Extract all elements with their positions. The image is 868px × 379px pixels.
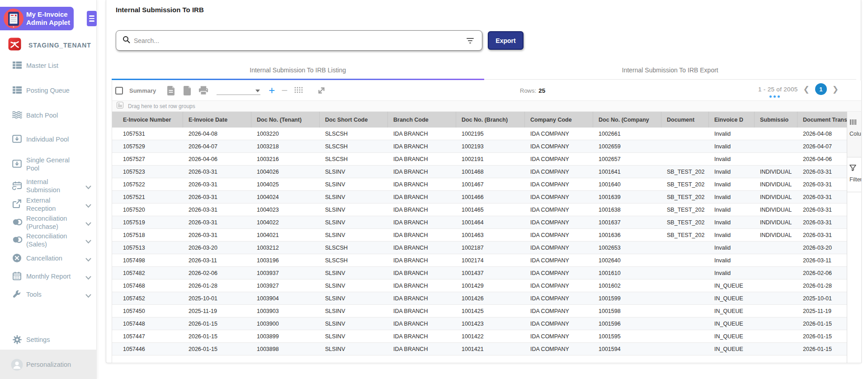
- table-cell: Invalid: [709, 242, 755, 254]
- column-header-doc-no-company[interactable]: Doc No. (Company: [593, 112, 661, 128]
- table-row[interactable]: 10575292026-04-071003218SLSCSHIDA BRANCH…: [112, 140, 848, 153]
- table-cell: 1001421: [456, 343, 525, 355]
- table-row[interactable]: 10574982026-03-111003196SLSCSHIDA BRANCH…: [112, 254, 848, 267]
- export-file-icon[interactable]: [182, 85, 192, 95]
- sidebar-item-cancellation[interactable]: Cancellation: [0, 249, 97, 267]
- table-cell: IN_QUEUE: [709, 292, 755, 304]
- tab-internal-submission-export[interactable]: Internal Submission To IRB Export: [484, 61, 857, 79]
- table-cell: SB_TEST_202: [661, 229, 709, 241]
- table-cell: 1003196: [251, 254, 320, 266]
- tab-internal-submission-listing[interactable]: Internal Submission To IRB Listing: [112, 61, 484, 79]
- table-row[interactable]: 10575182026-03-311004021SLSINVIDA BRANCH…: [112, 229, 848, 242]
- grid-density-icon[interactable]: [294, 85, 304, 95]
- table-row[interactable]: 10574682026-01-281003927SLSINVIDA BRANCH…: [112, 280, 848, 292]
- search-input[interactable]: [134, 37, 465, 44]
- table-row[interactable]: 10575272026-04-061003216SLSCSHIDA BRANCH…: [112, 153, 848, 166]
- chevron-down-icon[interactable]: [85, 183, 91, 191]
- tenant-selector[interactable]: STAGING_TENANT: [8, 38, 91, 52]
- column-header-doc-no-tenant[interactable]: Doc No. (Tenant): [251, 112, 320, 128]
- print-icon[interactable]: [198, 85, 208, 95]
- sidebar-item-monthly-report[interactable]: Monthly Report: [0, 267, 97, 285]
- page-size-dropdown[interactable]: [217, 86, 260, 95]
- table-cell: IN_QUEUE: [709, 343, 755, 355]
- next-page-icon[interactable]: ❯: [832, 85, 839, 93]
- chevron-down-icon[interactable]: [85, 292, 91, 300]
- table-cell: [755, 128, 797, 140]
- export-button[interactable]: Export: [488, 31, 524, 50]
- table-cell: 1002657: [593, 153, 661, 165]
- sidebar-item-tools[interactable]: Tools: [0, 285, 97, 303]
- sidebar-item-batch-pool[interactable]: Batch Pool: [0, 106, 97, 124]
- table-row[interactable]: 10575212026-03-311004024SLSINVIDA BRANCH…: [112, 191, 848, 204]
- column-header-document[interactable]: Document: [661, 112, 709, 128]
- column-header-doc-no-branch[interactable]: Doc No. (Branch): [456, 112, 525, 128]
- sidebar-item-reconciliation-sales[interactable]: Reconciliation (Sales): [0, 231, 97, 249]
- table-cell: SLSCSH: [320, 242, 388, 254]
- prev-page-icon[interactable]: ❮: [803, 85, 810, 93]
- sidebar-item-settings[interactable]: Settings: [0, 331, 97, 349]
- column-header-einvoice-d[interactable]: Einvoice D: [709, 112, 755, 128]
- table-cell: 1003220: [251, 128, 320, 140]
- table-row[interactable]: 10574462026-01-151003898SLSINVIDA BRANCH…: [112, 343, 848, 355]
- filter-icon[interactable]: [465, 35, 476, 46]
- table-row[interactable]: 10575192026-03-311004022SLSINVIDA BRANCH…: [112, 216, 848, 229]
- chevron-down-icon[interactable]: [85, 220, 91, 228]
- table-row[interactable]: 10574482026-01-151003900SLSINVIDA BRANCH…: [112, 317, 848, 330]
- table-cell: 1001641: [593, 166, 661, 178]
- table-cell: IDA COMPANY: [525, 343, 593, 355]
- table-row[interactable]: 10575232026-03-311004026SLSINVIDA BRANCH…: [112, 166, 848, 178]
- table-row[interactable]: 10574502025-11-191003903SLSINVIDA BRANCH…: [112, 305, 848, 317]
- column-header-e-invoice-date[interactable]: E-Invoice Date: [183, 112, 251, 128]
- table-row[interactable]: 10575202026-03-311004023SLSINVIDA BRANCH…: [112, 204, 848, 216]
- export-csv-icon[interactable]: [166, 85, 176, 95]
- table-row[interactable]: 10574822026-02-061003937SLSINVIDA BRANCH…: [112, 267, 848, 280]
- filters-panel-button[interactable]: Filters: [847, 157, 861, 192]
- column-header-doc-short-code[interactable]: Doc Short Code: [320, 112, 388, 128]
- zoom-in-icon[interactable]: +: [269, 86, 275, 95]
- table-cell: [755, 254, 797, 266]
- table-row[interactable]: 10574522025-10-011003904SLSINVIDA BRANCH…: [112, 292, 848, 305]
- table-row[interactable]: 10575312026-04-081003220SLSCSHIDA BRANCH…: [112, 128, 848, 140]
- column-header-e-invoice-number[interactable]: E-Invoice Number: [112, 112, 183, 128]
- table-row[interactable]: 10574472026-01-151003899SLSINVIDA BRANCH…: [112, 330, 848, 343]
- zoom-out-icon[interactable]: −: [281, 86, 288, 95]
- table-cell: IDA COMPANY: [525, 305, 593, 317]
- table-cell: [755, 317, 797, 330]
- sidebar-item-personalization[interactable]: Personalization: [0, 350, 97, 379]
- summary-checkbox[interactable]: [115, 87, 123, 95]
- sidebar-item-posting-queue[interactable]: Posting Queue: [0, 81, 97, 99]
- fullscreen-icon[interactable]: [316, 85, 326, 95]
- chevron-down-icon[interactable]: [85, 202, 91, 210]
- sidebar-item-individual-pool[interactable]: Individual Pool: [0, 130, 97, 148]
- columns-panel-button[interactable]: Columns: [847, 112, 861, 157]
- chevron-down-icon[interactable]: [85, 237, 91, 246]
- sidebar: My E-Invoice Admin Applet STAGING_TENANT…: [0, 0, 97, 379]
- row-group-dropzone[interactable]: Drag here to set row groups: [112, 100, 861, 112]
- table-cell: [755, 140, 797, 152]
- table-cell: 1001595: [593, 330, 661, 342]
- table-cell: 1057468: [112, 280, 183, 292]
- sidebar-item-single-general-pool[interactable]: Single General Pool: [0, 155, 97, 173]
- hamburger-menu-icon[interactable]: [87, 11, 97, 26]
- sidebar-item-label: Batch Pool: [26, 111, 81, 119]
- table-cell: 2026-01-15: [797, 317, 848, 330]
- sidebar-item-label: Master List: [26, 62, 81, 70]
- table-cell: [755, 343, 797, 355]
- table-row[interactable]: 10575222026-03-311004025SLSINVIDA BRANCH…: [112, 178, 848, 191]
- column-header-branch-code[interactable]: Branch Code: [388, 112, 456, 128]
- column-header-document-transacti[interactable]: Document Transacti: [797, 112, 848, 128]
- sidebar-item-external-reception[interactable]: External Reception: [0, 195, 97, 213]
- sidebar-item-master-list[interactable]: Master List: [0, 57, 97, 75]
- table-cell: [755, 305, 797, 317]
- sidebar-item-internal-submission[interactable]: Internal Submission: [0, 177, 97, 195]
- table-cell: 1004026: [251, 166, 320, 178]
- column-header-submissio[interactable]: Submissio: [755, 112, 797, 128]
- table-row[interactable]: 10575132026-03-201003212SLSCSHIDA BRANCH…: [112, 242, 848, 254]
- sidebar-item-reconciliation-purchase[interactable]: Reconciliation (Purchase): [0, 213, 97, 232]
- current-page-badge[interactable]: 1: [815, 83, 827, 95]
- table-cell: 1057529: [112, 140, 183, 152]
- chevron-down-icon[interactable]: [85, 256, 91, 264]
- column-header-company-code[interactable]: Company Code: [525, 112, 593, 128]
- chevron-down-icon[interactable]: [85, 274, 91, 282]
- more-options-icon[interactable]: [769, 95, 780, 98]
